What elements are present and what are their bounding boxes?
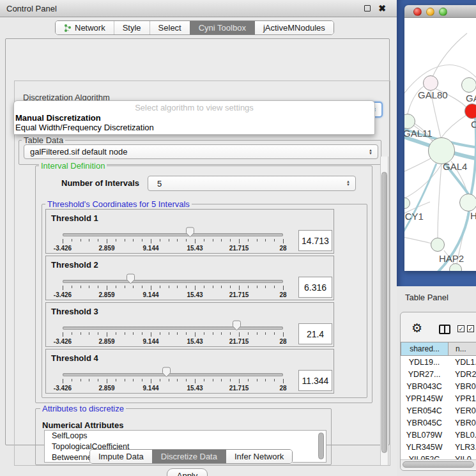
slider-track[interactable] — [63, 280, 283, 283]
gear-icon[interactable]: ⚙ — [411, 322, 422, 334]
attribute-list-item[interactable]: SelfLoops — [45, 431, 326, 441]
slider-handle[interactable] — [232, 320, 242, 331]
table-cell-name[interactable]: YER0... — [448, 405, 476, 417]
table-cell-shared-name[interactable]: YBL079W — [401, 429, 448, 441]
tab-label: Cyni Toolbox — [199, 23, 246, 33]
slider-tick — [239, 286, 240, 290]
checkbox-icon[interactable]: ✓ — [467, 325, 474, 332]
table-data-combobox[interactable]: galFiltered.sif default node ▲▼ — [24, 144, 378, 159]
slider-handle[interactable] — [185, 227, 195, 238]
slider-tick-label: 2.859 — [98, 245, 114, 252]
table-cell-name[interactable]: YPR1... — [448, 393, 476, 405]
horizontal-scrollbar-thumb[interactable] — [403, 461, 474, 468]
table-cell-shared-name[interactable]: YBR045C — [401, 417, 448, 429]
threshold-value-input[interactable] — [298, 323, 332, 344]
network-node-gal80[interactable] — [423, 75, 438, 91]
slider-tick — [160, 286, 160, 288]
slider-tick — [116, 239, 116, 242]
minimize-traffic-light-icon[interactable] — [426, 8, 434, 16]
slider-tick — [169, 379, 169, 381]
slider-tick — [213, 332, 213, 335]
network-node-gal4[interactable] — [428, 137, 455, 164]
network-node-label: C — [471, 119, 476, 130]
vertical-scrollbar-thumb[interactable] — [381, 172, 387, 453]
network-icon — [64, 24, 72, 33]
checkbox-icon[interactable]: ✓ — [457, 325, 464, 332]
tab-label: Style — [123, 23, 141, 33]
vertical-scrollbar[interactable] — [380, 157, 388, 465]
slider-handle[interactable] — [162, 367, 171, 378]
slider-tick-label: 9.144 — [142, 291, 158, 298]
slider-tick — [151, 379, 151, 383]
number-of-intervals-combobox[interactable]: 5 ▲▼ — [148, 176, 356, 191]
table-column-header-shared[interactable]: shared... — [401, 342, 449, 356]
slider-handle[interactable] — [126, 273, 135, 284]
network-canvas[interactable]: GAL80GACGAL11GAL4GCY1HHAP2 — [404, 18, 476, 271]
tab-infer-network[interactable]: Infer Network — [226, 450, 292, 463]
threshold-panel-3: Threshold 3-3.4262.8599.14415.4321.71528 — [45, 302, 334, 347]
table-cell-shared-name[interactable]: YER054C — [401, 405, 448, 417]
slider-tick — [186, 332, 187, 335]
threshold-label: Threshold 3 — [51, 307, 98, 316]
split-columns-icon[interactable] — [439, 325, 450, 334]
slider-tick-label: 9.144 — [142, 385, 158, 392]
bottom-tabbar: Impute DataDiscretize DataInfer Network — [89, 449, 293, 464]
tab-discretize-data[interactable]: Discretize Data — [152, 450, 226, 463]
tab-cyni-toolbox[interactable]: Cyni Toolbox — [190, 21, 254, 35]
slider-track[interactable] — [63, 373, 283, 376]
slider-tick — [221, 239, 222, 242]
slider-tick — [63, 286, 63, 290]
table-cell-name[interactable]: YBL0... — [448, 429, 476, 441]
tab-impute-data[interactable]: Impute Data — [90, 450, 152, 463]
close-icon[interactable]: ✖ — [378, 3, 386, 13]
table-column-header-name[interactable]: n... — [448, 342, 476, 356]
threshold-value-input[interactable] — [298, 277, 332, 298]
table-cell-shared-name[interactable]: YDR27... — [401, 369, 448, 381]
apply-button[interactable]: Apply — [167, 468, 208, 476]
slider-tick-label: 2.859 — [98, 385, 114, 392]
table-cell-shared-name[interactable]: YBR043C — [401, 381, 448, 393]
tab-select[interactable]: Select — [150, 21, 190, 35]
slider-tick — [169, 239, 169, 242]
slider-track[interactable] — [63, 233, 283, 236]
table-cell-name[interactable]: YDR2... — [448, 369, 476, 381]
slider-tick — [72, 332, 72, 335]
algorithm-option-equal-width[interactable]: Equal Width/Frequency Discretization — [15, 123, 154, 132]
slider-tick — [283, 379, 284, 383]
tab-style[interactable]: Style — [114, 21, 150, 35]
slider-tick — [125, 332, 125, 335]
network-node-c[interactable] — [464, 104, 476, 119]
tab-network[interactable]: Network — [56, 21, 114, 35]
network-node-ga[interactable] — [461, 77, 476, 93]
slider-tick — [72, 239, 72, 242]
close-traffic-light-icon[interactable] — [413, 8, 422, 16]
table-cell-shared-name[interactable]: YDL19... — [401, 357, 448, 369]
slider-tick — [186, 379, 187, 381]
table-cell-shared-name[interactable]: YPR145W — [401, 393, 448, 405]
table-cell-name[interactable]: YDL1... — [448, 357, 476, 369]
network-node-h[interactable] — [459, 194, 476, 211]
table-cell-shared-name[interactable]: YLR345W — [401, 441, 448, 454]
slider-tick — [63, 332, 63, 337]
slider-track[interactable] — [63, 326, 283, 330]
slider-tick — [107, 332, 107, 337]
slider-tick — [160, 332, 160, 335]
table-cell-name[interactable]: YBR0... — [448, 381, 476, 393]
threshold-value-input[interactable] — [298, 370, 332, 391]
slider-tick — [186, 286, 187, 288]
tab-jactivemnodules[interactable]: jActiveMNodules — [254, 21, 334, 35]
zoom-traffic-light-icon[interactable] — [439, 8, 447, 16]
slider-tick — [283, 239, 284, 243]
slider-tick — [221, 286, 222, 288]
table-cell-name[interactable]: YLR3... — [448, 441, 476, 454]
network-node-hap2[interactable] — [431, 238, 445, 252]
slider-tick — [204, 286, 204, 288]
algorithm-option-manual[interactable]: Manual Discretization — [15, 113, 101, 123]
attributes-scrollbar-thumb[interactable] — [318, 433, 324, 459]
horizontal-scrollbar[interactable] — [401, 459, 476, 468]
table-cell-name[interactable]: YBR0... — [448, 417, 476, 429]
slider-tick — [81, 239, 81, 242]
threshold-value-input[interactable] — [298, 230, 332, 251]
float-window-icon[interactable] — [364, 5, 371, 12]
slider-tick-label: 15.43 — [187, 338, 203, 345]
